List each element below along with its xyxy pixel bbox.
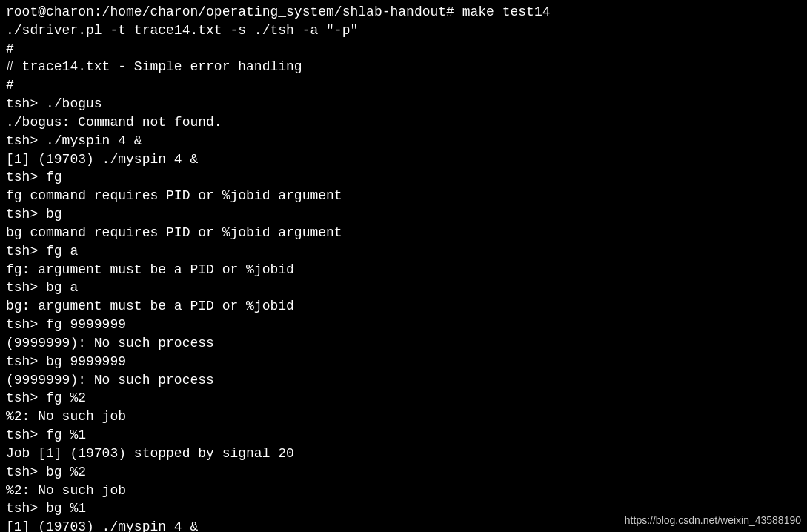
watermark: https://blog.csdn.net/weixin_43588190 [625, 514, 801, 526]
terminal-line: # trace14.txt - Simple error handling [6, 58, 801, 76]
terminal-line: tsh> bg [6, 205, 801, 224]
terminal-line: # [6, 76, 801, 95]
terminal-line: # [6, 40, 801, 59]
terminal-line: (9999999): No such process [6, 371, 801, 390]
terminal-line: ./sdriver.pl -t trace14.txt -s ./tsh -a … [6, 21, 801, 40]
terminal-line: tsh> ./myspin 4 & [6, 132, 801, 150]
terminal-line: bg: argument must be a PID or %jobid [6, 297, 801, 316]
terminal-line: Job [1] (19703) stopped by signal 20 [6, 445, 801, 463]
terminal-line: tsh> bg 9999999 [6, 353, 801, 371]
terminal-line: tsh> fg a [6, 242, 801, 261]
terminal-output: root@charon:/home/charon/operating_syste… [6, 3, 801, 532]
terminal-line: ./bogus: Command not found. [6, 113, 801, 132]
terminal-line: [1] (19703) ./myspin 4 & [6, 150, 801, 169]
terminal-line: root@charon:/home/charon/operating_syste… [6, 3, 801, 21]
terminal-line: fg: argument must be a PID or %jobid [6, 261, 801, 279]
terminal-line: %2: No such job [6, 408, 801, 426]
terminal-line: tsh> ./bogus [6, 95, 801, 113]
terminal-line: tsh> bg %2 [6, 463, 801, 482]
terminal-line: tsh> fg %1 [6, 426, 801, 445]
terminal-line: tsh> fg 9999999 [6, 316, 801, 334]
terminal-line: fg command requires PID or %jobid argume… [6, 187, 801, 205]
terminal-line: tsh> fg [6, 168, 801, 187]
terminal-line: tsh> bg a [6, 279, 801, 297]
terminal-line: tsh> fg %2 [6, 389, 801, 408]
terminal-line: bg command requires PID or %jobid argume… [6, 224, 801, 242]
terminal-window: root@charon:/home/charon/operating_syste… [0, 0, 807, 532]
terminal-line: (9999999): No such process [6, 334, 801, 353]
terminal-line: %2: No such job [6, 482, 801, 500]
